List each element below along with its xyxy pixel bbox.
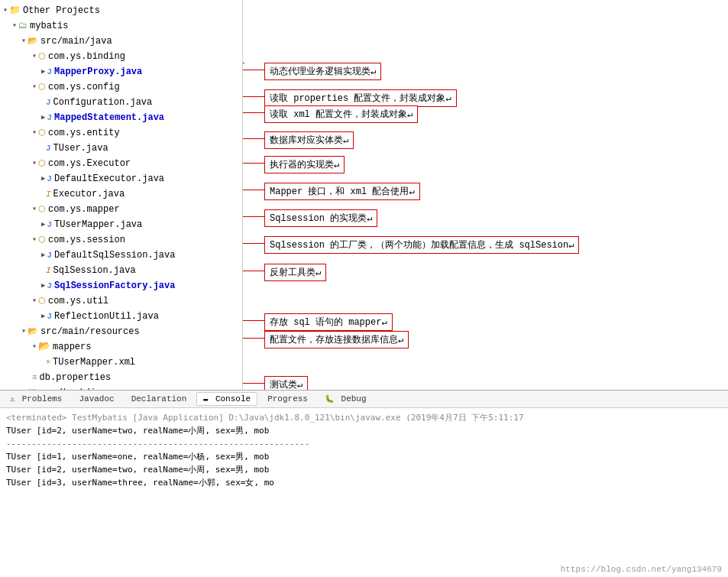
tree-item-Configuration[interactable]: J Configuration.java [0,95,242,110]
chevron-down-icon: ▾ [32,203,37,216]
java-interface-icon: I [46,264,51,277]
annotation-container: 动态代理业务逻辑实现类↵ 读取 properties 配置文件，封装成对象↵ 读… [243,0,728,390]
xml-file-icon: ✕ [46,355,50,369]
tree-item-MapperProxy[interactable]: ▶ J MapperProxy.java [0,64,242,79]
tree-item-DefaultSqlSession[interactable]: ▶ J DefaultSqlSession.java [0,248,242,263]
watermark: https://blog.csdn.net/yang134679 [561,565,722,574]
chevron-down-icon: ▾ [12,19,17,33]
tree-item-other-projects[interactable]: ▾ 📁 Other Projects [0,3,242,18]
annotation-box-8: Sqlsession 的工厂类，（两个功能）加载配置信息，生成 sqlSesio… [264,236,579,254]
java-file-icon: J [47,111,52,125]
props-file-icon: ≡ [32,371,37,384]
com-ys-binding-label: com.ys.binding [48,50,125,63]
annotation-box-12: 测试类↵ [264,376,308,390]
SqlSessionFactory-label: SqlSessionFactory.java [54,279,175,293]
chevron-down-icon: ▾ [32,233,37,247]
Executor-label: Executor.java [53,187,125,201]
tree-item-src-main-resources[interactable]: ▾ 📂 src/main/resources [0,324,242,339]
tree-item-Executor[interactable]: I Executor.java [0,186,242,202]
tree-item-com-ys-executor[interactable]: ▾ ⬡ com.ys.Executor [0,156,242,171]
chevron-right-icon: ▶ [41,279,45,293]
tab-console[interactable]: ▬ Console [196,392,257,406]
DefaultExecutor-label: DefaultExecutor.java [54,172,164,186]
annotation-box-11: 配置文件，存放连接数据库信息↵ [264,331,409,348]
tree-item-com-ys-util[interactable]: ▾ ⬡ com.ys.util [0,293,242,309]
package-icon: ⬡ [38,50,46,63]
tree-item-mybatis[interactable]: ▾ 🗂 mybatis [0,18,242,34]
tree-item-TUserMapper-xml[interactable]: ✕ TUserMapper.xml [0,355,242,370]
TUserMapper-java-label: TUserMapper.java [54,218,142,232]
tree-item-SqlSessionFactory[interactable]: ▶ J SqlSessionFactory.java [0,278,242,293]
package-icon: ⬡ [38,294,46,308]
console-line-2: TUser [id=1, userName=one, realName=小杨, … [6,450,722,463]
tab-progress[interactable]: Progress [260,392,315,406]
chevron-right-icon: ▶ [41,248,45,262]
java-file-icon: J [47,172,52,186]
tab-javadoc[interactable]: Javadoc [72,392,121,406]
tree-item-MappedStatement[interactable]: ▶ J MappedStatement.java [0,110,242,125]
ReflectionUtil-label: ReflectionUtil.java [54,310,159,323]
tree-item-db-properties[interactable]: ≡ db.properties [0,370,242,385]
tree-item-com-ys-config[interactable]: ▾ ⬡ com.ys.config [0,79,242,95]
Configuration-label: Configuration.java [53,96,153,109]
DefaultSqlSession-label: DefaultSqlSession.java [54,248,175,262]
TUser-label: TUser.java [53,141,108,155]
MappedStatement-label: MappedStatement.java [54,111,164,125]
console-line-1: TUser [id=2, userName=two, realName=小周, … [6,424,722,437]
package-icon: ⬡ [38,126,46,140]
package-icon: ⬡ [38,203,46,216]
chevron-right-icon: ▶ [41,310,45,323]
tree-item-mappers[interactable]: ▾ 📂 mappers [0,339,242,355]
src-main-java-label: src/main/java [40,34,112,48]
tree-item-TUserMapper[interactable]: ▶ J TUserMapper.java [0,217,242,232]
tree-item-com-ys-entity[interactable]: ▾ ⬡ com.ys.entity [0,125,242,141]
tree-item-com-ys-binding[interactable]: ▾ ⬡ com.ys.binding [0,49,242,64]
package-icon: ⬡ [38,157,46,170]
db-properties-label: db.properties [40,371,112,384]
chevron-down-icon: ▾ [3,4,8,18]
chevron-down-icon: ▾ [21,34,26,48]
chevron-down-icon: ▾ [21,325,26,339]
chevron-right-icon: ▶ [41,218,45,232]
project-icon: 🗂 [18,19,28,33]
java-file-icon: J [46,141,51,155]
tree-item-DefaultExecutor[interactable]: ▶ J DefaultExecutor.java [0,171,242,186]
tree-item-src-main-java[interactable]: ▾ 📂 src/main/java [0,34,242,49]
TUserMapper-xml-label: TUserMapper.xml [53,355,135,369]
tree-item-com-ys-mapper[interactable]: ▾ ⬡ com.ys.mapper [0,202,242,217]
tree-item-ReflectionUtil[interactable]: ▶ J ReflectionUtil.java [0,309,242,324]
tree-item-TUser[interactable]: J TUser.java [0,141,242,156]
chevron-down-icon: ▾ [32,80,37,94]
tab-debug[interactable]: 🐛 Debug [318,392,374,406]
debug-icon: 🐛 [325,395,334,404]
com-ys-session-label: com.ys.session [48,233,125,247]
chevron-right-icon: ▶ [41,65,45,79]
tree-item-SqlSession[interactable]: I SqlSession.java [0,263,242,278]
console-line-3: TUser [id=2, userName=two, realName=小周, … [6,463,722,476]
file-tree-panel: ▾ 📁 Other Projects ▾ 🗂 mybatis ▾ 📂 src/m… [0,0,243,390]
console-terminated-line: <terminated> TestMybatis [Java Applicati… [6,411,722,424]
src-folder-icon: 📂 [28,325,38,339]
annotation-area: 动态代理业务逻辑实现类↵ 读取 properties 配置文件，封装成对象↵ 读… [243,0,728,390]
bottom-panel: ⚠ Problems Javadoc Declaration ▬ Console… [0,390,728,577]
annotation-box-5: 执行器的实现类↵ [264,156,345,173]
bottom-tabs: ⚠ Problems Javadoc Declaration ▬ Console… [0,391,728,408]
tree-item-com-ys-session[interactable]: ▾ ⬡ com.ys.session [0,232,242,248]
chevron-down-icon: ▾ [32,294,37,308]
console-line-4: TUser [id=3, userName=three, realName=小郭… [6,476,722,489]
com-ys-mapper-label: com.ys.mapper [48,203,120,216]
annotation-box-10: 存放 sql 语句的 mapper↵ [264,313,393,331]
console-content: <terminated> TestMybatis [Java Applicati… [0,408,728,577]
problems-icon: ⚠ [10,395,15,404]
annotation-box-6: Mapper 接口，和 xml 配合使用↵ [264,183,420,200]
chevron-right-icon: ▶ [41,111,45,125]
MapperProxy-label: MapperProxy.java [54,65,142,79]
java-file-icon: J [46,96,51,109]
java-file-icon: J [47,65,52,79]
src-folder-icon: 📂 [28,34,38,48]
console-dashes-line: ----------------------------------------… [6,437,722,450]
annotation-box-7: Sqlsession 的实现类↵ [264,209,377,227]
tab-problems[interactable]: ⚠ Problems [3,392,69,406]
tab-declaration[interactable]: Declaration [125,392,194,406]
java-file-icon: J [47,248,52,262]
